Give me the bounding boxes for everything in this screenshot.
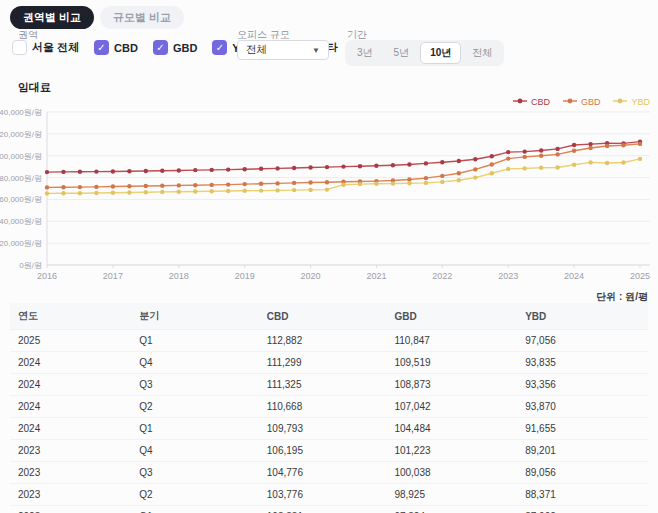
- table-row: 2024Q4111,299109,51993,835: [10, 352, 648, 374]
- data-point-GBD: [45, 185, 49, 189]
- data-point-YBD: [473, 175, 477, 179]
- table-cell: 89,056: [517, 462, 648, 484]
- table-cell: 97,324: [386, 506, 517, 513]
- data-point-CBD: [588, 142, 592, 146]
- table-cell: 2023: [10, 506, 131, 513]
- x-axis-tick-label: 2021: [366, 271, 386, 281]
- x-axis-tick-label: 2018: [169, 271, 189, 281]
- data-point-CBD: [111, 169, 115, 173]
- table-cell: 88,371: [517, 484, 648, 506]
- data-point-YBD: [111, 191, 115, 195]
- table-row: 2023Q1103,33197,32487,902: [10, 506, 648, 513]
- data-point-CBD: [193, 168, 197, 172]
- x-axis-tick-label: 2024: [564, 271, 584, 281]
- data-point-CBD: [292, 166, 296, 170]
- data-point-GBD: [506, 156, 510, 160]
- table-cell: 2025: [10, 330, 131, 352]
- data-point-YBD: [193, 189, 197, 193]
- table-row: 2024Q2110,668107,04293,870: [10, 396, 648, 418]
- checkbox-label: CBD: [114, 42, 138, 54]
- table-header-cell: CBD: [259, 303, 387, 330]
- data-point-GBD: [61, 185, 65, 189]
- checkbox-unchecked-icon[interactable]: [12, 40, 27, 55]
- table-cell: 100,038: [386, 462, 517, 484]
- tab-region-compare[interactable]: 권역별 비교: [10, 6, 94, 29]
- data-point-CBD: [523, 149, 527, 153]
- y-axis-tick-label: 120,000원/평: [0, 130, 42, 139]
- table-header-row: 연도분기CBDGBDYBD: [10, 303, 648, 330]
- data-point-YBD: [308, 188, 312, 192]
- table-cell: 87,902: [517, 506, 648, 513]
- y-axis-tick-label: 80,000원/평: [0, 174, 42, 183]
- data-point-CBD: [473, 157, 477, 161]
- table-cell: 2024: [10, 352, 131, 374]
- table-cell: 104,484: [386, 418, 517, 440]
- data-point-GBD: [78, 185, 82, 189]
- checkbox-checked-icon[interactable]: ✓: [94, 40, 109, 55]
- data-point-CBD: [391, 163, 395, 167]
- y-axis-tick-label: 20,000원/평: [0, 239, 42, 248]
- table-cell: Q2: [131, 484, 259, 506]
- data-point-CBD: [457, 159, 461, 163]
- data-point-CBD: [358, 164, 362, 168]
- data-point-YBD: [424, 181, 428, 185]
- data-point-GBD: [440, 174, 444, 178]
- data-point-YBD: [490, 171, 494, 175]
- data-point-GBD: [588, 146, 592, 150]
- table-cell: 106,195: [259, 440, 387, 462]
- period-option-3년[interactable]: 3년: [347, 42, 383, 64]
- table-row: 2023Q4106,195101,22389,201: [10, 440, 648, 462]
- data-point-YBD: [391, 181, 395, 185]
- table-cell: 111,325: [259, 374, 387, 396]
- data-point-YBD: [127, 190, 131, 194]
- chevron-down-icon: ▼: [312, 46, 320, 55]
- table-cell: 112,882: [259, 330, 387, 352]
- table-cell: Q3: [131, 462, 259, 484]
- data-point-YBD: [341, 183, 345, 187]
- checkbox-item-서울-전체[interactable]: 서울 전체: [12, 40, 79, 55]
- office-size-select[interactable]: 전체 ▼: [237, 40, 329, 60]
- period-option-전체[interactable]: 전체: [462, 42, 502, 64]
- data-point-YBD: [94, 191, 98, 195]
- data-point-GBD: [457, 171, 461, 175]
- table-cell: 103,331: [259, 506, 387, 513]
- period-option-5년[interactable]: 5년: [384, 42, 420, 64]
- checkbox-checked-icon[interactable]: ✓: [153, 40, 168, 55]
- data-point-CBD: [407, 162, 411, 166]
- checkbox-item-CBD[interactable]: ✓CBD: [94, 40, 138, 55]
- data-point-YBD: [457, 178, 461, 182]
- period-option-10년[interactable]: 10년: [420, 42, 461, 64]
- tab-size-compare[interactable]: 규모별 비교: [100, 6, 184, 29]
- data-point-YBD: [506, 167, 510, 171]
- table-row: 2023Q2103,77698,92588,371: [10, 484, 648, 506]
- table-row: 2025Q1112,882110,84797,056: [10, 330, 648, 352]
- data-point-YBD: [177, 190, 181, 194]
- table-cell: 101,223: [386, 440, 517, 462]
- data-point-GBD: [292, 181, 296, 185]
- data-point-GBD: [325, 180, 329, 184]
- data-point-GBD: [523, 155, 527, 159]
- data-point-CBD: [539, 148, 543, 152]
- table-header-cell: YBD: [517, 303, 648, 330]
- checkbox-checked-icon[interactable]: ✓: [212, 40, 227, 55]
- table-cell: 104,776: [259, 462, 387, 484]
- checkbox-item-GBD[interactable]: ✓GBD: [153, 40, 197, 55]
- data-point-GBD: [210, 183, 214, 187]
- table-cell: 98,925: [386, 484, 517, 506]
- data-point-YBD: [588, 160, 592, 164]
- data-point-GBD: [193, 183, 197, 187]
- table-cell: 2023: [10, 484, 131, 506]
- data-point-YBD: [210, 189, 214, 193]
- data-point-YBD: [275, 188, 279, 192]
- data-point-YBD: [226, 189, 230, 193]
- table-cell: 107,042: [386, 396, 517, 418]
- table-header-cell: 분기: [131, 303, 259, 330]
- data-point-GBD: [144, 184, 148, 188]
- data-point-CBD: [94, 169, 98, 173]
- data-point-CBD: [144, 169, 148, 173]
- data-point-GBD: [555, 152, 559, 156]
- x-axis-tick-label: 2022: [432, 271, 452, 281]
- table-row: 2024Q3111,325108,87393,356: [10, 374, 648, 396]
- checkbox-label: 서울 전체: [32, 40, 79, 55]
- x-axis-tick-label: 2016: [37, 271, 57, 281]
